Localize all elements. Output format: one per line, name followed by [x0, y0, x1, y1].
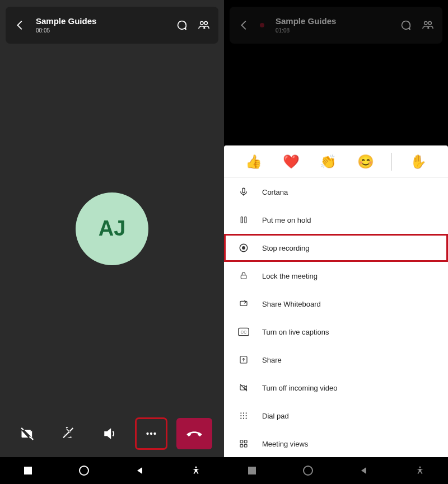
camera-off-button[interactable] [12, 418, 43, 449]
svg-point-23 [246, 412, 247, 413]
svg-rect-11 [241, 217, 242, 223]
svg-point-6 [80, 466, 88, 475]
whiteboard-icon [237, 298, 250, 310]
svg-rect-12 [245, 217, 246, 223]
svg-point-27 [240, 418, 241, 419]
menu-label: Lock the meeting [262, 272, 318, 280]
svg-point-36 [419, 467, 421, 468]
nav-back-icon[interactable] [134, 464, 146, 477]
hangup-button[interactable] [176, 418, 212, 449]
menu-label: Cortana [262, 188, 288, 196]
nav-recents-icon[interactable] [246, 464, 258, 477]
svg-rect-31 [244, 440, 247, 443]
svg-rect-5 [24, 467, 32, 474]
svg-point-8 [424, 22, 428, 25]
svg-point-9 [428, 22, 432, 25]
menu-label: Dial pad [262, 412, 289, 420]
svg-point-25 [243, 415, 244, 416]
reaction-raise-hand[interactable]: ✋ [407, 154, 430, 170]
reaction-separator [391, 153, 392, 171]
participants-icon[interactable] [197, 18, 211, 32]
more-options-screen: Sample Guides 01:08 👍 ❤️ 👏 😊 ✋ Cortana [224, 0, 448, 484]
menu-item-dialpad[interactable]: Dial pad [224, 402, 448, 430]
svg-point-28 [243, 418, 244, 419]
svg-rect-30 [240, 440, 243, 443]
svg-rect-34 [248, 467, 256, 474]
svg-point-14 [242, 246, 245, 250]
call-header-dim: Sample Guides 01:08 [230, 7, 442, 44]
call-duration: 01:08 [276, 27, 336, 34]
svg-point-7 [195, 467, 197, 468]
back-icon[interactable] [13, 18, 27, 32]
options-sheet: 👍 ❤️ 👏 😊 ✋ Cortana Put me on hold Stop r… [224, 145, 448, 457]
call-duration: 00:05 [36, 27, 96, 34]
menu-item-hold[interactable]: Put me on hold [224, 206, 448, 234]
menu-label: Meeting views [262, 440, 308, 448]
call-title-block: Sample Guides 01:08 [276, 17, 336, 34]
nav-accessibility-icon[interactable] [414, 464, 426, 477]
options-menu: Cortana Put me on hold Stop recording Lo… [224, 178, 448, 457]
menu-label: Turn on live captions [262, 328, 329, 336]
menu-label: Put me on hold [262, 216, 311, 224]
menu-item-share[interactable]: Share [224, 346, 448, 374]
call-header: Sample Guides 00:05 [6, 7, 218, 44]
svg-point-3 [150, 433, 152, 435]
android-nav-bar [224, 457, 448, 484]
menu-label: Stop recording [262, 244, 310, 252]
nav-accessibility-icon[interactable] [190, 464, 202, 477]
svg-point-1 [204, 22, 208, 25]
svg-point-24 [240, 415, 241, 416]
svg-point-22 [243, 412, 244, 413]
participant-avatar: AJ [76, 192, 148, 265]
call-screen: Sample Guides 00:05 AJ [0, 0, 224, 484]
svg-rect-32 [240, 444, 243, 447]
svg-rect-33 [244, 444, 247, 447]
nav-back-icon[interactable] [358, 464, 370, 477]
menu-item-whiteboard[interactable]: Share Whiteboard [224, 290, 448, 318]
menu-item-views[interactable]: Meeting views [224, 430, 448, 457]
android-nav-bar [0, 457, 224, 484]
more-options-button[interactable] [136, 418, 167, 449]
share-icon [237, 354, 250, 366]
avatar-initials: AJ [99, 217, 126, 241]
chat-icon[interactable] [175, 18, 188, 32]
svg-text:CC: CC [241, 330, 247, 335]
reactions-row: 👍 ❤️ 👏 😊 ✋ [224, 145, 448, 178]
nav-home-icon[interactable] [78, 464, 90, 477]
nav-recents-icon[interactable] [22, 464, 34, 477]
svg-point-21 [240, 412, 241, 413]
video-off-icon [237, 382, 250, 394]
dialpad-icon [237, 410, 250, 422]
speaker-button[interactable] [94, 418, 125, 449]
menu-label: Share [262, 356, 282, 364]
svg-point-2 [146, 433, 148, 435]
menu-label: Share Whiteboard [262, 300, 321, 308]
mic-off-button[interactable] [53, 418, 84, 449]
participants-icon[interactable] [421, 18, 435, 32]
grid-icon [237, 438, 250, 450]
back-icon[interactable] [237, 18, 251, 32]
reaction-applause[interactable]: 👏 [317, 154, 339, 170]
menu-label: Turn off incoming video [262, 384, 337, 392]
record-icon [237, 242, 250, 254]
pause-icon [237, 214, 250, 226]
chat-icon[interactable] [399, 18, 412, 32]
menu-item-incoming-video[interactable]: Turn off incoming video [224, 374, 448, 402]
menu-item-cortana[interactable]: Cortana [224, 178, 448, 206]
svg-point-26 [246, 415, 247, 416]
call-title-block: Sample Guides 00:05 [36, 17, 96, 34]
nav-home-icon[interactable] [302, 464, 314, 477]
svg-rect-15 [241, 275, 246, 279]
reaction-smile[interactable]: 😊 [354, 154, 377, 170]
menu-item-stop-recording[interactable]: Stop recording [224, 234, 448, 262]
lock-icon [237, 270, 250, 282]
call-body: AJ [0, 44, 224, 413]
reaction-heart[interactable]: ❤️ [280, 154, 302, 170]
reaction-like[interactable]: 👍 [242, 154, 265, 170]
call-controls [0, 413, 224, 457]
menu-item-captions[interactable]: CC Turn on live captions [224, 318, 448, 346]
mic-icon [237, 186, 250, 198]
menu-item-lock[interactable]: Lock the meeting [224, 262, 448, 290]
svg-rect-10 [242, 188, 245, 192]
cc-icon: CC [237, 326, 250, 338]
